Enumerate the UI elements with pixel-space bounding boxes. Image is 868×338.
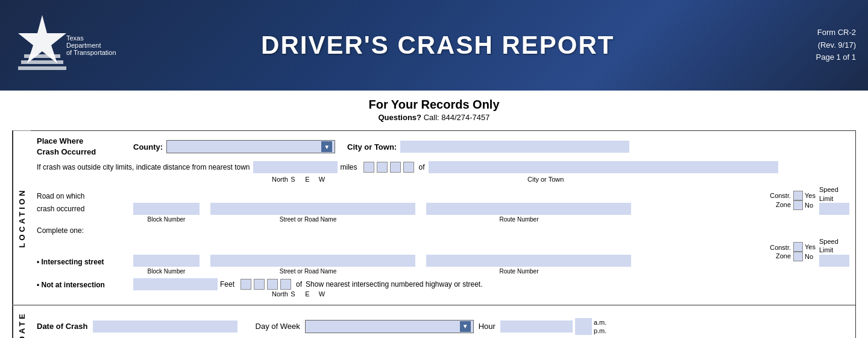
not-int-s-checkbox[interactable] (254, 279, 265, 290)
int-yes-no-stack: Yes No (793, 242, 816, 261)
report-title: DRIVER'S CRASH REPORT (116, 31, 760, 60)
road-yes-item: Yes (793, 191, 816, 200)
not-int-distance-input[interactable] (133, 278, 218, 290)
day-of-week-dropdown-arrow[interactable]: ▼ (460, 321, 471, 332)
road-route-number-sublabel: Route Number (417, 216, 621, 223)
int-no-checkbox[interactable] (793, 252, 803, 261)
road-speed-limit-input[interactable] (819, 203, 849, 215)
w-checkbox[interactable] (403, 162, 414, 173)
date-of-crash-label: Date of Crash (37, 322, 88, 331)
svg-rect-4 (18, 66, 66, 70)
road-yes-label: Yes (805, 192, 816, 199)
int-yes-checkbox[interactable] (793, 242, 803, 252)
county-dropdown[interactable]: ▼ (166, 140, 335, 153)
w-dir-label: W (315, 176, 329, 183)
complete-one-label: Complete one: (37, 226, 849, 235)
subheader: For Your Records Only Questions? Call: 8… (0, 91, 868, 124)
north-checkbox[interactable] (363, 162, 374, 173)
road-no-label: No (805, 202, 813, 209)
int-street-name-field (210, 255, 415, 267)
date-section-label: DATE (13, 305, 31, 338)
outside-city-text: If crash was outside city limits, indica… (37, 163, 250, 171)
city-or-town-input[interactable] (400, 141, 629, 153)
road-speed-section: Speed Limit (819, 185, 849, 215)
county-dropdown-arrow[interactable]: ▼ (321, 141, 332, 152)
road-street-name-input[interactable] (210, 203, 415, 215)
not-int-e-checkbox[interactable] (267, 279, 278, 290)
int-route-number-field (426, 255, 765, 267)
e-checkbox[interactable] (390, 162, 401, 173)
road-route-number-field (426, 203, 765, 215)
int-no-label: No (805, 253, 813, 260)
form-info-line3: Page 1 of 1 (760, 51, 856, 64)
not-int-north-checkbox[interactable] (241, 279, 251, 290)
road-yes-checkbox[interactable] (793, 191, 803, 200)
int-block-number-input[interactable] (133, 255, 200, 267)
not-int-w-dir-label: W (315, 290, 329, 298)
road-block-number-input[interactable] (133, 203, 200, 215)
txdot-logo-icon (12, 12, 72, 78)
day-of-week-dropdown[interactable]: ▼ (305, 320, 474, 333)
int-block-number-field (133, 255, 200, 267)
int-block-number-sublabel: Block Number (133, 268, 200, 275)
road-block-number-field (133, 203, 200, 215)
road-speed-limit-label: Speed Limit (819, 185, 838, 203)
pm-item: p.m. (575, 327, 606, 335)
int-speed-limit-input[interactable] (819, 255, 849, 267)
hour-input[interactable] (500, 320, 573, 333)
date-row: Date of Crash Day of Week ▼ Hour a.m. (37, 318, 849, 335)
questions-value: Call: 844/274-7457 (424, 113, 490, 122)
city-or-town-label: City or Town: (347, 142, 397, 151)
north-dir-label: North (272, 176, 285, 183)
nearest-town-input[interactable] (429, 161, 778, 173)
not-int-north-dir-label: North (272, 290, 285, 298)
location-section-label: LOCATION (13, 131, 31, 305)
of-label: of (419, 163, 425, 171)
road-route-number-input[interactable] (426, 203, 631, 215)
pm-box[interactable] (575, 327, 592, 335)
logo-dept-line1: Texas (66, 34, 116, 42)
am-label: a.m. (594, 319, 606, 326)
int-yes-label: Yes (805, 243, 816, 250)
not-int-s-dir-label: S (286, 290, 300, 298)
not-int-w-checkbox[interactable] (280, 279, 291, 290)
road-label: Road on which crash occurred (37, 192, 84, 213)
county-label: County: (133, 142, 163, 151)
e-dir-label: E (301, 176, 314, 183)
logo-dept-line2: Department (66, 42, 116, 49)
road-street-name-field (210, 203, 415, 215)
distance-input[interactable] (253, 161, 338, 173)
int-no-item: No (793, 252, 816, 261)
feet-label: Feet (220, 280, 234, 289)
header-logo: Texas Department of Transportation (12, 12, 116, 78)
ampm-stack: a.m. p.m. (575, 318, 606, 335)
svg-rect-2 (24, 54, 60, 58)
road-constr-speed-box: Constr. Zone Yes No (770, 185, 849, 215)
date-of-crash-input[interactable] (93, 320, 237, 333)
day-of-week-label: Day of Week (256, 322, 300, 331)
int-street-name-input[interactable] (210, 255, 415, 267)
road-constr-zone-label: Constr. Zone (770, 191, 791, 209)
page-header: Texas Department of Transportation DRIVE… (0, 0, 868, 91)
road-block-number-sublabel: Block Number (133, 216, 200, 223)
place-crash-title: Place Where Crash Occurred (37, 136, 133, 158)
int-yes-item: Yes (793, 242, 816, 252)
int-street-name-sublabel: Street or Road Name (206, 268, 410, 275)
int-constr-zone-label: Constr. Zone (770, 243, 791, 261)
am-item: a.m. (575, 318, 606, 327)
road-yes-no-stack: Yes No (793, 191, 816, 210)
int-route-number-input[interactable] (426, 255, 631, 267)
not-int-e-dir-label: E (301, 290, 314, 298)
int-constr-speed-box: Constr. Zone Yes No (770, 237, 849, 267)
subheader-title: For Your Records Only (0, 98, 868, 112)
city-or-town-sub-label: City or Town (527, 176, 564, 183)
pm-label: p.m. (594, 327, 606, 334)
am-box[interactable] (575, 318, 592, 327)
form-info-line1: Form CR-2 (760, 27, 856, 39)
s-checkbox[interactable] (377, 162, 388, 173)
form-container: LOCATION Place Where Crash Occurred Coun… (12, 130, 856, 338)
road-no-checkbox[interactable] (793, 200, 803, 210)
location-section: LOCATION Place Where Crash Occurred Coun… (13, 131, 855, 305)
logo-dept-line3: of Transportation (66, 49, 116, 56)
date-section: DATE Date of Crash Day of Week ▼ Hour a.… (13, 305, 855, 338)
